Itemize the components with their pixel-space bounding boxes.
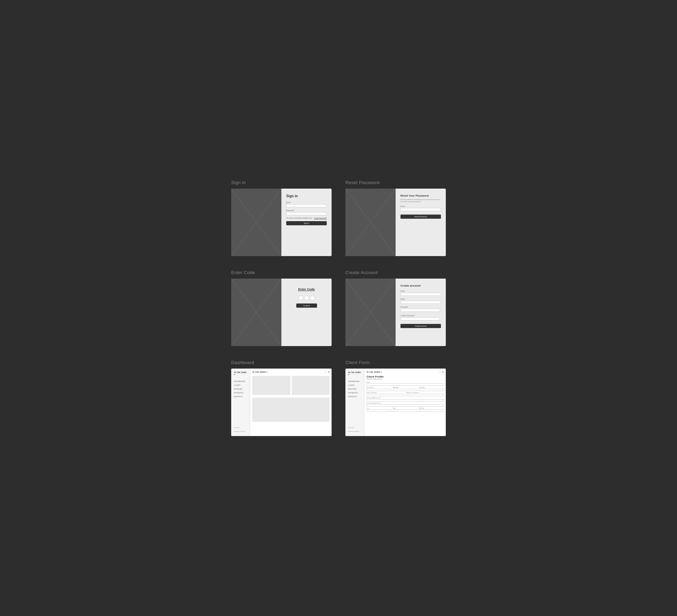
client-sidebar-payments[interactable]: PAYMENTS bbox=[347, 391, 362, 395]
clientform-card: IN THE SHIRE ▾ DASHBOARD CLIENT BOOKING … bbox=[345, 369, 446, 436]
dashboard-header-icons: + ⚙ bbox=[325, 371, 330, 373]
client-dob-label: Date of Birth bbox=[367, 387, 391, 388]
client-hkid-input[interactable] bbox=[367, 394, 405, 396]
create-password-input[interactable] bbox=[400, 309, 441, 312]
client-zip-input[interactable] bbox=[419, 409, 444, 412]
signin-form: Sign in Email Password Your sign in link… bbox=[281, 189, 332, 256]
client-state-label: State bbox=[393, 408, 418, 409]
client-address2-input[interactable] bbox=[367, 404, 444, 407]
code-box-2[interactable] bbox=[304, 296, 309, 300]
client-city-input[interactable] bbox=[367, 409, 391, 412]
reset-email-input[interactable] bbox=[400, 208, 441, 211]
password-input[interactable] bbox=[286, 212, 327, 215]
password-label: Password bbox=[286, 209, 294, 211]
contact-link[interactable]: Contact bbox=[233, 426, 248, 429]
create-email-label: Email bbox=[400, 298, 405, 300]
privacy-link[interactable]: Privacy Policy bbox=[233, 429, 248, 433]
dashboard-content-top bbox=[252, 376, 330, 395]
signin-group: Sign in Sign in Email Password Your sign… bbox=[231, 180, 332, 256]
client-address1-input[interactable] bbox=[367, 399, 444, 401]
createaccount-group: Create Account Create account Name Email… bbox=[345, 270, 446, 346]
client-city-field: City bbox=[367, 408, 391, 412]
create-name-input[interactable] bbox=[400, 293, 441, 296]
entercode-label: Enter Code bbox=[231, 270, 332, 275]
dashboard-block-left bbox=[252, 376, 290, 395]
client-dob-input[interactable] bbox=[367, 389, 391, 391]
clientform-sidebar: IN THE SHIRE ▾ DASHBOARD CLIENT BOOKING … bbox=[345, 369, 364, 436]
client-name-label: Name bbox=[367, 382, 444, 383]
client-address1-label: Permanent Address Line 1 bbox=[367, 397, 444, 399]
eye-icon-2: 👁 bbox=[439, 318, 440, 320]
entercode-button[interactable]: Continue bbox=[296, 304, 317, 308]
create-password-wrapper: 👁 bbox=[400, 309, 441, 312]
eye-icon: 👁 bbox=[439, 309, 440, 311]
client-sidebar-client[interactable]: CLIENT bbox=[347, 383, 362, 387]
email-input[interactable] bbox=[286, 204, 327, 207]
forgot-password-link[interactable]: Forgot Password? bbox=[314, 217, 327, 219]
client-nationality-input[interactable] bbox=[393, 389, 418, 391]
client-gear-icon[interactable]: ⚙ bbox=[442, 371, 444, 373]
sidebar-item-client[interactable]: CLIENT bbox=[233, 383, 248, 387]
client-passport-input[interactable] bbox=[406, 394, 444, 396]
reset-label: Reset Password bbox=[345, 180, 446, 185]
client-state-input[interactable] bbox=[393, 409, 418, 412]
clientform-label: Client Form bbox=[345, 360, 446, 365]
dashboard-header-logo: IN THE SHIRE ▾ bbox=[252, 371, 268, 373]
create-password-label: Password bbox=[400, 306, 408, 308]
signin-illustration bbox=[231, 189, 281, 256]
sidebar-item-dashboard[interactable]: DASHBOARD bbox=[233, 380, 248, 383]
dashboard-label: Dashboard bbox=[231, 360, 332, 365]
sidebar-item-payments[interactable]: PAYMENTS bbox=[233, 391, 248, 395]
createaccount-label: Create Account bbox=[345, 270, 446, 275]
client-nationality-field: Nationality bbox=[393, 387, 418, 391]
plus-icon[interactable]: + bbox=[325, 371, 326, 373]
sidebar-item-reports[interactable]: REPORTS bbox=[233, 395, 248, 399]
client-privacy-link[interactable]: Privacy Policy bbox=[347, 429, 362, 433]
createaccount-button[interactable]: Create Account bbox=[400, 324, 441, 328]
client-address1-group: Permanent Address Line 1 bbox=[367, 397, 444, 401]
create-name-label: Name bbox=[400, 290, 405, 292]
client-page-subtitle: Directory Client Name bbox=[367, 378, 444, 380]
client-city-row: City State ZIP Code bbox=[367, 408, 444, 412]
entercode-illustration bbox=[231, 279, 281, 346]
dashboard-group: Dashboard IN THE SHIRE ▾ DASHBOARD CLIEN… bbox=[231, 360, 332, 436]
client-name-row: Name bbox=[367, 382, 444, 386]
client-sidebar-footer: Contact Privacy Policy bbox=[347, 426, 362, 433]
create-confirm-input[interactable] bbox=[400, 317, 441, 320]
client-sidebar-booking[interactable]: BOOKING bbox=[347, 387, 362, 391]
client-dob-field: Date of Birth bbox=[367, 387, 391, 391]
client-page-title: Client Profile bbox=[367, 375, 444, 378]
signin-title: Sign in bbox=[286, 194, 298, 198]
entercode-title: Enter Code bbox=[298, 288, 315, 291]
createaccount-form: Create account Name Email Password 👁 Con… bbox=[396, 279, 446, 346]
code-box-1[interactable] bbox=[298, 296, 303, 300]
client-address2-group: Permanent Address Line 2 bbox=[367, 402, 444, 407]
client-name-input[interactable] bbox=[367, 383, 444, 386]
gear-icon[interactable]: ⚙ bbox=[328, 371, 330, 373]
reset-form: Reset Your Password Enter the email ID a… bbox=[396, 189, 446, 256]
client-occupation-input[interactable] bbox=[419, 389, 444, 391]
client-dob-row: Date of Birth Nationality Occupation bbox=[367, 387, 444, 391]
sidebar-footer: Contact Privacy Policy bbox=[233, 426, 248, 433]
dashboard-main: IN THE SHIRE ▾ + ⚙ bbox=[250, 369, 332, 436]
reset-group: Reset Password Reset Your Password Enter… bbox=[345, 180, 446, 256]
sidebar-item-booking[interactable]: BOOKING bbox=[233, 387, 248, 391]
client-nationality-label: Nationality bbox=[393, 387, 418, 388]
client-contact-link[interactable]: Contact bbox=[347, 426, 362, 429]
client-sidebar-dashboard[interactable]: DASHBOARD bbox=[347, 380, 362, 383]
entercode-card: Enter Code Continue bbox=[231, 279, 332, 346]
reset-button[interactable]: Reset Password bbox=[400, 215, 441, 219]
code-inputs bbox=[298, 296, 315, 300]
signin-card: Sign in Email Password Your sign in link… bbox=[231, 189, 332, 256]
create-email-input[interactable] bbox=[400, 301, 441, 304]
client-plus-icon[interactable]: + bbox=[439, 371, 441, 373]
dashboard-header: IN THE SHIRE ▾ + ⚙ bbox=[252, 371, 330, 373]
client-zip-field: ZIP Code bbox=[419, 408, 444, 412]
client-zip-label: ZIP Code bbox=[419, 408, 444, 409]
client-sidebar-reports[interactable]: REPORTS bbox=[347, 395, 362, 399]
main-container: Sign in Sign in Email Password Your sign… bbox=[210, 152, 467, 464]
code-box-3[interactable] bbox=[310, 296, 315, 300]
entercode-form: Enter Code Continue bbox=[281, 279, 332, 346]
dashboard-block-right bbox=[292, 376, 330, 395]
signin-button[interactable]: Sign In bbox=[286, 221, 327, 225]
